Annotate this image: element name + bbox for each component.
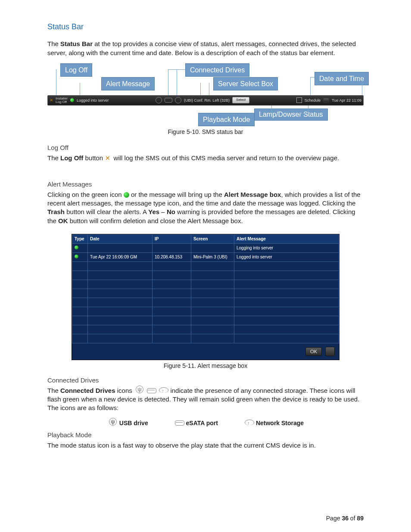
connected-drives-heading: Connected Drives [47,376,364,385]
cell-msg: Logging into server [234,243,339,252]
cell-screen [191,298,234,307]
table-row[interactable] [72,307,339,316]
callout-lamp-dowser: Lamp/Dowser Status [254,109,328,121]
playback-mode-heading: Playback Mode [47,431,364,439]
cell-ip [153,334,191,343]
alerts-paragraph: Clicking on the green icon or the messag… [47,190,364,225]
status-bar-diagram: Log Off Alert Message Connected Drives S… [47,63,364,141]
cell-msg [234,280,339,289]
cell-msg [234,325,339,334]
network-storage-icon [158,386,168,395]
cell-date [88,289,153,298]
callout-alert-message: Alert Message [101,77,155,91]
col-type: Type [72,234,88,243]
cell-msg [234,289,339,298]
table-row[interactable] [72,334,339,343]
table-row[interactable] [72,271,339,280]
cell-type [72,261,88,271]
cell-screen [191,243,234,252]
cell-ip [153,243,191,252]
col-msg: Alert Message [234,234,339,243]
cell-type [72,334,88,343]
table-row[interactable] [72,298,339,307]
calendar-icon[interactable] [296,97,302,103]
status-dot-icon[interactable] [70,98,74,102]
cell-screen [191,289,234,298]
col-ip: IP [153,234,191,243]
cell-type [72,280,88,289]
table-row[interactable] [72,261,339,271]
cell-msg [234,307,339,316]
cell-screen [191,261,234,271]
schedule-label[interactable]: Schedule [305,98,321,103]
table-row[interactable]: Logging into server [72,243,339,252]
cell-type [72,316,88,325]
cell-date: Tue Apr 22 16:06:09 GM [88,252,153,261]
callout-server-select: Server Select Box [213,77,278,91]
status-message: Logged into server [77,98,109,103]
clock-label: Tue Apr 22 11:09 [332,98,361,103]
cell-msg [234,261,339,271]
alerts-heading: Alert Messages [47,180,364,189]
esata-icon [146,386,156,395]
cell-screen: Mini-Palm 3 (UBI) [191,252,234,261]
usb-icon [134,386,144,395]
network-storage-icon [244,419,254,427]
cell-type [72,289,88,298]
connected-drives-paragraph: The Connected Drives icons indicate the … [47,386,364,413]
page-footer: Page 36 of 89 [47,514,364,523]
cell-date [88,316,153,325]
cell-screen [191,334,234,343]
cell-ip [153,261,191,271]
table-row[interactable]: Tue Apr 22 16:06:09 GM10.208.48.153Mini-… [72,252,339,261]
cell-date [88,271,153,280]
wrench-icon [105,155,112,162]
wrench-icon: ✕ [50,97,53,103]
cell-msg: Logged into server [234,252,339,261]
cell-date [88,280,153,289]
lamp-dowser-icon [323,98,329,103]
cell-type [72,271,88,280]
cell-msg [234,316,339,325]
table-row[interactable] [72,316,339,325]
cell-ip [153,289,191,298]
logoff-paragraph: The Log Off button will log the SMS out … [47,154,364,162]
figure-5-10-caption: Figure 5-10. SMS status bar [47,128,364,136]
table-row[interactable] [72,289,339,298]
sms-status-bar: ✕ Installer Log Off Logged into server (… [47,95,364,106]
table-row[interactable] [72,325,339,334]
cell-ip [153,316,191,325]
cell-date [88,298,153,307]
alert-table-header: Type Date IP Screen Alert Message [72,234,339,243]
table-row[interactable] [72,280,339,289]
status-dot-icon [75,246,78,249]
cell-msg [234,298,339,307]
cell-screen [191,316,234,325]
callout-log-off: Log Off [60,63,92,77]
server-room-label: (UBI) Conf. Rm. Left (32B) [184,98,230,103]
cell-screen [191,325,234,334]
cell-screen [191,280,234,289]
cell-type [72,298,88,307]
cell-date [88,243,153,252]
server-select-button[interactable]: Select [232,97,249,103]
trash-button[interactable] [325,347,335,356]
cell-screen [191,271,234,280]
cell-msg [234,271,339,280]
cell-ip: 10.208.48.153 [153,252,191,261]
section-title: Status Bar [47,22,364,32]
logoff-heading: Log Off [47,143,364,152]
callout-playback-mode: Playback Mode [198,113,255,127]
usb-icon [156,97,162,103]
playback-mode-paragraph: The mode status icon is a fast way to ob… [47,441,364,450]
ok-button[interactable]: OK [305,347,322,356]
cell-date [88,307,153,316]
cell-ip [153,298,191,307]
cell-msg [234,334,339,343]
esata-icon [165,98,172,103]
installer-logoff-button[interactable]: Installer Log Off [56,97,68,104]
cell-type [72,325,88,334]
usb-icon [107,419,118,427]
callout-connected-drives: Connected Drives [185,63,249,77]
cell-date [88,334,153,343]
